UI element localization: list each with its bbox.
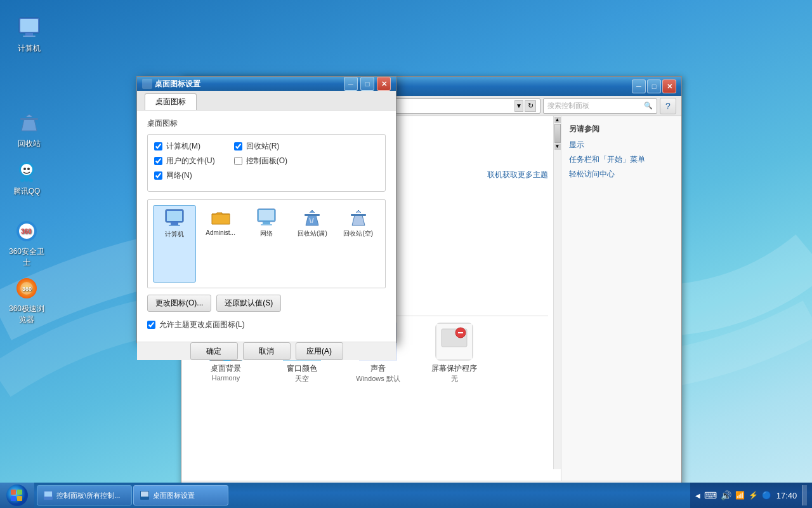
dialog-close-button[interactable]: ✕ [377, 77, 391, 91]
icon-preview-recycle-full[interactable]: 回收站(满) [291, 205, 334, 283]
desktop-icon-360browser[interactable]: 360 360极速浏览器 [4, 273, 49, 328]
svg-point-7 [23, 168, 26, 170]
checkbox-user-files[interactable]: 用户的文件(U) [154, 156, 215, 166]
svg-rect-44 [261, 224, 272, 225]
bottom-icon-screensaver[interactable]: 屏幕保护程序 无 [422, 323, 486, 384]
cp-search-box[interactable]: 搜索控制面板 🔍 [543, 98, 657, 114]
dialog-apply-button[interactable]: 应用(A) [296, 342, 343, 360]
scrollbar-thumb[interactable] [554, 124, 561, 143]
checkbox-control-panel-input[interactable] [234, 157, 242, 165]
taskbar-tray: ◀ ⌨ 🔊 📶 ⚡ 🔵 17:40 [690, 483, 812, 508]
restore-defaults-button[interactable]: 还原默认值(S) [216, 295, 281, 312]
icon-preview-admin[interactable]: Administ... [199, 205, 242, 283]
checkbox-computer-input[interactable] [154, 142, 162, 150]
help-button[interactable]: ? [660, 98, 676, 114]
dialog-tab-section: 桌面图标 [147, 118, 386, 129]
show-desktop-button[interactable] [802, 485, 807, 505]
cp-search-placeholder: 搜索控制面板 [547, 101, 589, 110]
icon-label-admin: Administ... [206, 229, 235, 236]
svg-rect-42 [259, 210, 274, 220]
checkbox-network[interactable]: 网络(N) [154, 170, 215, 181]
checkbox-recycle-label: 回收站(R) [246, 141, 280, 152]
change-icon-button[interactable]: 更改图标(O)... [147, 295, 211, 312]
cp-close-button[interactable]: ✕ [662, 79, 676, 93]
desktop-icon-qq[interactable]: 腾讯QQ [4, 156, 49, 199]
checkbox-user-files-input[interactable] [154, 157, 162, 165]
svg-point-10 [20, 178, 24, 182]
svg-point-9 [24, 177, 29, 182]
screensaver-label: 屏幕保护程序 [431, 363, 477, 374]
svg-rect-51 [17, 496, 22, 501]
sidebar-link-display[interactable]: 显示 [569, 140, 674, 150]
scrollbar-down-button[interactable]: ▼ [554, 144, 561, 150]
svg-rect-38 [167, 211, 182, 221]
checkbox-recycle[interactable]: 回收站(R) [234, 141, 287, 152]
taskbar-clock: 17:40 [775, 491, 798, 500]
sidebar-link-accessibility[interactable]: 轻松访问中心 [569, 169, 674, 180]
dialog-icon-buttons: 更改图标(O)... 还原默认值(S) [147, 295, 386, 312]
cp-minimize-button[interactable]: ─ [632, 79, 646, 93]
sound-sublabel: Windows 默认 [356, 374, 400, 384]
taskbar-item-label-1: 桌面图标设置 [153, 491, 195, 500]
cp-maximize-button[interactable]: □ [647, 79, 661, 93]
checkbox-computer-label: 计算机(M) [166, 141, 200, 152]
svg-rect-4 [20, 118, 38, 120]
tray-icon-1: ⌨ [704, 490, 717, 500]
desktop-icon-360[interactable]: 360 360安全卫士 [4, 216, 49, 271]
start-button[interactable] [0, 483, 34, 508]
color-sublabel: 天空 [295, 374, 309, 384]
checkbox-recycle-input[interactable] [234, 142, 242, 150]
desktop-icon-label-recycle: 回收站 [18, 138, 41, 149]
checkbox-columns: 计算机(M) 用户的文件(U) 网络(N) 回收站(R) [154, 141, 379, 185]
icon-preview-recycle-empty[interactable]: 回收站(空) [337, 205, 380, 283]
checkbox-network-label: 网络(N) [166, 170, 192, 181]
scrollbar-up-button[interactable]: ▲ [554, 117, 561, 123]
desktop-icon-label-computer: 计算机 [18, 43, 41, 54]
taskbar-item-0[interactable]: 控制面板\所有控制... [37, 485, 132, 505]
allow-theme-checkbox-row[interactable]: 允许主题更改桌面图标(L) [147, 319, 386, 330]
dialog-cancel-button[interactable]: 取消 [243, 342, 291, 360]
search-icon: 🔍 [644, 102, 653, 110]
desktop-icon-computer[interactable]: 计算机 [6, 13, 52, 57]
svg-rect-53 [44, 491, 52, 497]
tray-arrow[interactable]: ◀ [695, 492, 700, 499]
svg-text:360: 360 [21, 228, 32, 235]
taskbar: 控制面板\所有控制... 桌面图标设置 ◀ ⌨ 🔊 📶 ⚡ 🔵 17:40 [0, 483, 812, 508]
desktop-icon-recycle[interactable]: 回收站 [6, 108, 52, 152]
svg-rect-50 [11, 496, 16, 501]
svg-rect-43 [263, 222, 270, 224]
dialog-maximize-button[interactable]: □ [360, 77, 374, 91]
checkbox-col-right: 回收站(R) 控制面板(O) [234, 141, 287, 185]
taskbar-item-1[interactable]: 桌面图标设置 [133, 485, 228, 505]
svg-rect-46 [351, 214, 366, 216]
bg-label: 桌面背景 [211, 363, 241, 374]
icon-preview-computer[interactable]: 计算机 [153, 205, 196, 283]
dialog-tab-desktop-icons[interactable]: 桌面图标 [145, 93, 197, 110]
dialog-ok-button[interactable]: 确定 [190, 342, 238, 360]
allow-theme-checkbox-input[interactable] [147, 321, 155, 329]
dialog-minimize-button[interactable]: ─ [344, 77, 358, 91]
dialog-group-title-text: 桌面图标 [147, 119, 178, 128]
svg-text:360: 360 [22, 286, 32, 292]
address-dropdown-button[interactable]: ▼ [514, 100, 523, 112]
checkbox-control-panel-label: 控制面板(O) [246, 156, 287, 166]
icon-preview-network[interactable]: 网络 [245, 205, 288, 283]
sidebar-link-taskbar[interactable]: 任务栏和「开始」菜单 [569, 154, 674, 165]
icon-label-recycle-empty: 回收站(空) [343, 229, 373, 238]
svg-point-11 [29, 178, 33, 182]
dialog-titlebar: 桌面图标设置 ─ □ ✕ [137, 77, 396, 91]
color-label: 窗口颜色 [287, 363, 317, 374]
screensaver-icon [435, 323, 473, 361]
svg-rect-2 [25, 33, 33, 36]
checkbox-network-input[interactable] [154, 171, 162, 180]
desktop-icon-label-360: 360安全卫士 [6, 246, 47, 268]
svg-rect-1 [20, 19, 38, 32]
dialog-tabs: 桌面图标 [137, 91, 396, 110]
svg-rect-40 [169, 225, 180, 226]
checkbox-computer[interactable]: 计算机(M) [154, 141, 215, 152]
icon-label-computer: 计算机 [165, 230, 184, 239]
refresh-button[interactable]: ↻ [525, 100, 536, 112]
svg-point-47 [6, 485, 28, 506]
tray-icon-3: 📶 [735, 491, 745, 500]
checkbox-control-panel[interactable]: 控制面板(O) [234, 156, 287, 166]
